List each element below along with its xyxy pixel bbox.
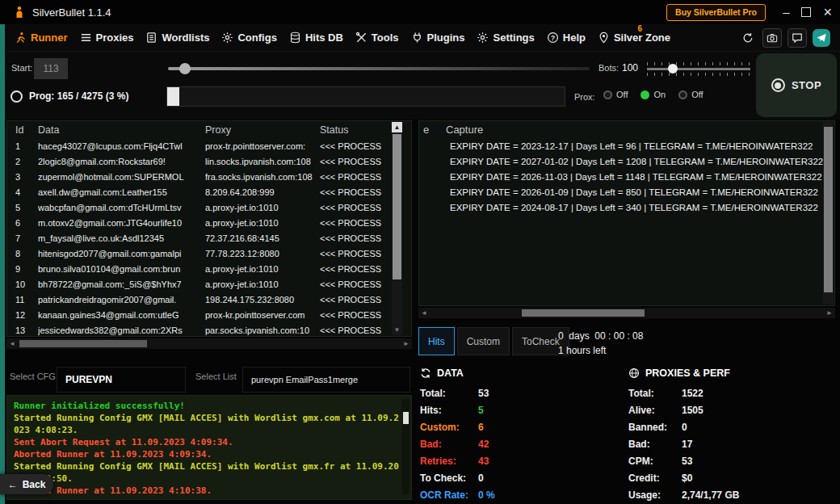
maximize-button[interactable] bbox=[801, 7, 811, 17]
log-line: Started Running Config GMX [MAIL ACCES] … bbox=[14, 460, 400, 485]
minimize-button[interactable]: – bbox=[783, 0, 789, 24]
stat-value: 5 bbox=[478, 405, 484, 416]
wordlist-select[interactable]: purevpn EmailPass1merge bbox=[242, 367, 410, 393]
menu-item-silver-zone[interactable]: Silver Zone 6 bbox=[598, 32, 670, 44]
scrollbar-thumb[interactable] bbox=[19, 340, 147, 347]
capture-vertical-scrollbar[interactable] bbox=[823, 122, 834, 304]
prox-radio[interactable]: Off bbox=[603, 90, 628, 99]
cell-proxy: 72.37.216.68:4145 bbox=[205, 231, 320, 246]
stat-row: Hits: 5 bbox=[420, 401, 622, 418]
menu-item-wordlists[interactable]: Wordlists bbox=[145, 32, 209, 44]
table-row[interactable]: 3 zupermol@hotmail.com:SUPERMOL fra.sock… bbox=[7, 170, 411, 185]
table-row[interactable]: 8 hitenisgod2077@gmail.com:gamalpi 77.78… bbox=[7, 246, 411, 262]
scrollbar-thumb[interactable] bbox=[393, 134, 401, 279]
scroll-right-icon[interactable]: ► bbox=[824, 308, 835, 318]
menu-label: Wordlists bbox=[162, 32, 209, 44]
scrollbar-thumb[interactable] bbox=[403, 412, 409, 424]
start-input[interactable] bbox=[34, 58, 68, 79]
cell-data: bh78722@gmail.com:_5iS@$hYhx7 bbox=[38, 277, 205, 292]
table-row[interactable]: 10 bh78722@gmail.com:_5iS@$hYhx7 a.proxy… bbox=[7, 277, 411, 292]
help-icon: ? bbox=[547, 32, 559, 44]
table-row[interactable]: 9 bruno.silva010104@gmail.com:brun a.pro… bbox=[7, 262, 411, 277]
menu-item-help[interactable]: ? Help bbox=[547, 32, 586, 44]
stat-label: Credit: bbox=[628, 472, 682, 484]
config-select[interactable]: PUREVPN bbox=[57, 367, 186, 393]
scroll-right-icon[interactable]: ► bbox=[401, 338, 412, 349]
telegram-icon[interactable] bbox=[813, 29, 830, 47]
silver-zone-badge: 6 bbox=[637, 24, 642, 33]
cell-id: 11 bbox=[15, 292, 38, 308]
back-button[interactable]: ← Back bbox=[0, 474, 53, 494]
menu-item-runner[interactable]: Runner bbox=[15, 32, 68, 44]
table-row[interactable]: 4 axell.dw@gmail.com:Leather155 8.209.64… bbox=[7, 185, 411, 200]
stop-button[interactable]: STOP bbox=[756, 53, 837, 117]
menu-label: Tools bbox=[372, 32, 399, 44]
log-scrollbar[interactable] bbox=[402, 399, 410, 494]
capture-row[interactable]: EXPIRY DATE = 2027-01-02 | Days Left = 1… bbox=[419, 154, 834, 170]
stat-row: Bad: 42 bbox=[420, 435, 622, 452]
cell-data: jessicedwards382@gmail.com:2XRs bbox=[38, 323, 205, 337]
scroll-left-icon[interactable]: ◄ bbox=[6, 338, 18, 349]
log-line: Started Running Config GMX [MAIL ACCES] … bbox=[14, 412, 400, 436]
scroll-left-icon[interactable]: ◄ bbox=[418, 308, 430, 318]
bots-slider[interactable] bbox=[647, 68, 750, 70]
hit-tab-label: ToCheck bbox=[522, 336, 560, 347]
start-slider[interactable] bbox=[168, 67, 590, 70]
scroll-up-icon[interactable]: ▲ bbox=[392, 122, 402, 132]
prox-radio[interactable]: On bbox=[640, 90, 666, 99]
chat-icon[interactable] bbox=[788, 28, 807, 48]
select-list-label: Select List bbox=[195, 372, 242, 382]
scrollbar-thumb[interactable] bbox=[824, 127, 833, 292]
close-button[interactable]: × bbox=[823, 0, 832, 24]
menu-item-proxies[interactable]: Proxies bbox=[80, 32, 134, 44]
menu-label: Silver Zone bbox=[614, 32, 670, 44]
scrollbar-thumb[interactable] bbox=[522, 309, 645, 317]
stat-label: Usage: bbox=[628, 489, 682, 501]
stat-value: 53 bbox=[478, 388, 489, 399]
menu-item-settings[interactable]: Settings bbox=[477, 32, 534, 44]
table-row[interactable]: 1 haceg43027@lcupus.com:Fljq4CTwl prox-t… bbox=[7, 139, 411, 154]
cell-data: m_faysal@live.co.uk:Asdl12345 bbox=[38, 231, 205, 246]
results-horizontal-scrollbar[interactable]: ◄ ► bbox=[6, 338, 412, 349]
table-row[interactable]: 2 2logic8@gmail.com:Rockstar69! lin.sock… bbox=[7, 154, 411, 170]
table-row[interactable]: 13 jessicedwards382@gmail.com:2XRs par.s… bbox=[7, 323, 411, 337]
capture-column: Capture bbox=[446, 121, 483, 139]
bots-value: 100 bbox=[622, 62, 638, 74]
menu-item-tools[interactable]: Tools bbox=[355, 32, 399, 44]
screenshot-icon[interactable] bbox=[762, 28, 782, 48]
table-row[interactable]: 12 kanaan.gaines34@gmail.com:utleG prox-… bbox=[7, 308, 411, 323]
bots-label: Bots: bbox=[598, 63, 619, 73]
cell-proxy: 198.244.175.232:8080 bbox=[205, 292, 320, 308]
results-vertical-scrollbar[interactable]: ▲ ▼ bbox=[392, 122, 402, 335]
scroll-down-icon[interactable]: ▼ bbox=[392, 325, 402, 335]
table-row[interactable]: 5 wabcpfan@gmail.com:dTcHUrmLtsv a.proxy… bbox=[7, 200, 411, 216]
progress-bar bbox=[166, 86, 565, 107]
table-row[interactable]: 7 m_faysal@live.co.uk:Asdl12345 72.37.21… bbox=[7, 231, 411, 246]
log-line: Aborted Runner at 11.09.2023 4:10:38. bbox=[14, 485, 400, 497]
buy-pro-button[interactable]: Buy SilverBullet Pro bbox=[666, 4, 766, 21]
hit-tab[interactable]: Hits bbox=[418, 327, 455, 355]
capture-row[interactable]: EXPIRY DATE = 2026-11-03 | Days Left = 1… bbox=[419, 170, 834, 185]
stat-value: 1505 bbox=[682, 405, 704, 416]
capture-panel: e Capture EXPIRY DATE = 2023-12-17 | Day… bbox=[418, 120, 835, 306]
runner-icon bbox=[15, 32, 27, 44]
hit-tab[interactable]: Custom bbox=[457, 327, 510, 355]
menu-item-plugins[interactable]: Plugins bbox=[411, 32, 465, 44]
capture-row[interactable]: EXPIRY DATE = 2023-12-17 | Days Left = 9… bbox=[419, 139, 834, 154]
start-slider-handle[interactable] bbox=[179, 63, 191, 74]
history-icon[interactable] bbox=[739, 29, 757, 47]
capture-row[interactable]: EXPIRY DATE = 2026-01-09 | Days Left = 8… bbox=[419, 185, 834, 200]
cell-data: patrickandreidragomir2007@gmail. bbox=[38, 292, 205, 308]
cell-proxy: fra.socks.ipvanish.com:108 bbox=[205, 170, 320, 185]
stat-value: 0 bbox=[478, 472, 484, 484]
radio-label: On bbox=[653, 90, 666, 99]
menubar-tools bbox=[739, 28, 830, 48]
menu-item-configs[interactable]: Configs bbox=[221, 32, 276, 44]
capture-horizontal-scrollbar[interactable]: ◄ ► bbox=[418, 308, 835, 318]
menu-item-hits-db[interactable]: Hits DB bbox=[289, 32, 343, 44]
prox-radio[interactable]: Off bbox=[678, 90, 703, 99]
bots-slider-handle[interactable] bbox=[668, 64, 678, 74]
table-row[interactable]: 6 m.otoxv2@gmail.com:JTG4ourlife10 a.pro… bbox=[7, 216, 411, 231]
capture-row[interactable]: EXPIRY DATE = 2024-08-17 | Days Left = 3… bbox=[419, 200, 834, 216]
table-row[interactable]: 11 patrickandreidragomir2007@gmail. 198.… bbox=[7, 292, 411, 308]
